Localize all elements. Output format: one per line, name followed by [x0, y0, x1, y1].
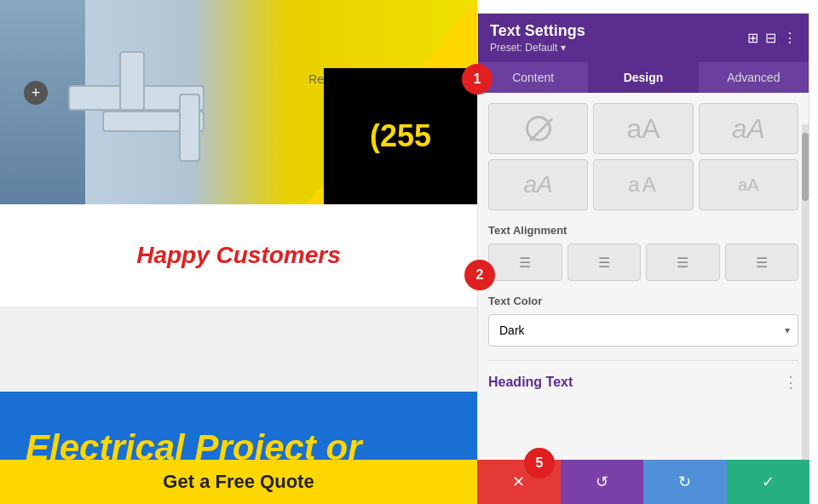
text-color-section: Text Color Dark Light Custom ▾ [488, 295, 798, 346]
step-badge-5: 5 [524, 448, 555, 478]
font-style-small[interactable]: aA [699, 159, 798, 210]
happy-customers-text: Happy Customers [136, 242, 341, 269]
preset-arrow-icon: ▾ [561, 42, 566, 54]
heading-more-icon[interactable]: ⋮ [783, 373, 798, 392]
font-style-italic[interactable]: aA [488, 159, 588, 210]
more-icon[interactable]: ⋮ [783, 30, 797, 46]
preset-label: Preset: Default [490, 42, 557, 54]
panel-header-left: Text Settings Preset: Default ▾ [490, 22, 585, 54]
font-style-small-text: aA [738, 175, 758, 195]
align-grid: ☰ ☰ ☰ ☰ [488, 243, 798, 281]
tab-advanced[interactable]: Advanced [699, 62, 809, 93]
color-select[interactable]: Dark Light Custom [488, 314, 798, 346]
heading-text-row: Heading Text ⋮ [488, 360, 798, 398]
font-style-normal[interactable]: aA [593, 103, 693, 154]
text-alignment-section: Text Alignment ☰ ☰ ☰ ☰ [488, 224, 798, 281]
scrollbar-thumb[interactable] [802, 133, 809, 201]
no-style-icon [526, 116, 551, 141]
font-style-italic-text: aA [524, 171, 553, 198]
align-right[interactable]: ☰ [646, 243, 720, 281]
redo-button[interactable]: ↻ [643, 460, 727, 504]
font-style-spaced[interactable]: aA [593, 159, 693, 210]
align-left[interactable]: ☰ [488, 243, 562, 281]
font-style-bold[interactable]: aA [699, 103, 798, 154]
top-image: (255 Re [0, 0, 477, 204]
panel-header-icons: ⊞ ⊟ ⋮ [747, 30, 797, 46]
align-left-icon: ☰ [519, 255, 531, 271]
heading-text-label: Heading Text [488, 375, 573, 390]
collapse-icon[interactable]: ⊟ [765, 30, 776, 46]
panel-tabs: Content Design Advanced [478, 62, 809, 93]
font-style-none[interactable] [488, 103, 588, 154]
align-right-icon: ☰ [677, 255, 688, 271]
get-quote-text: Get a Free Quote [163, 471, 314, 493]
font-style-spaced-text: aA [628, 173, 658, 197]
text-alignment-label: Text Alignment [488, 224, 798, 237]
settings-panel: Text Settings Preset: Default ▾ ⊞ ⊟ ⋮ Co… [477, 13, 809, 502]
panel-title: Text Settings [490, 22, 585, 40]
left-background: (255 Re + Happy Customers Electrical Pro… [0, 0, 477, 504]
font-style-bold-text: aA [732, 113, 765, 145]
panel-body: aA aA aA aA aA Text Alignment [478, 93, 809, 478]
scrollbar-track[interactable] [802, 124, 809, 490]
panel-header: Text Settings Preset: Default ▾ ⊞ ⊟ ⋮ [478, 14, 809, 62]
step-badge-1: 1 [462, 64, 493, 94]
add-button[interactable]: + [24, 81, 48, 105]
save-button[interactable]: ✓ [727, 460, 810, 504]
panel-preset[interactable]: Preset: Default ▾ [490, 42, 585, 54]
get-quote-bar[interactable]: Get a Free Quote [0, 460, 477, 504]
step-badge-2: 2 [464, 260, 495, 290]
color-select-wrapper: Dark Light Custom ▾ [488, 314, 798, 346]
font-style-normal-text: aA [626, 113, 660, 145]
align-justify-icon: ☰ [756, 255, 768, 271]
tab-content[interactable]: Content [478, 62, 588, 93]
expand-icon[interactable]: ⊞ [747, 30, 758, 46]
undo-button[interactable]: ↺ [561, 460, 644, 504]
re-text: Re [308, 72, 324, 86]
tab-design[interactable]: Design [588, 62, 698, 93]
align-center-icon: ☰ [598, 255, 610, 271]
middle-section: Happy Customers [0, 204, 477, 306]
phone-number: (255 [370, 118, 431, 154]
text-color-label: Text Color [488, 295, 798, 307]
align-center[interactable]: ☰ [567, 243, 642, 281]
pipe-visual [68, 51, 239, 187]
font-style-grid: aA aA aA aA aA [488, 103, 798, 210]
align-justify[interactable]: ☰ [725, 243, 799, 281]
black-box: (255 [324, 68, 477, 204]
